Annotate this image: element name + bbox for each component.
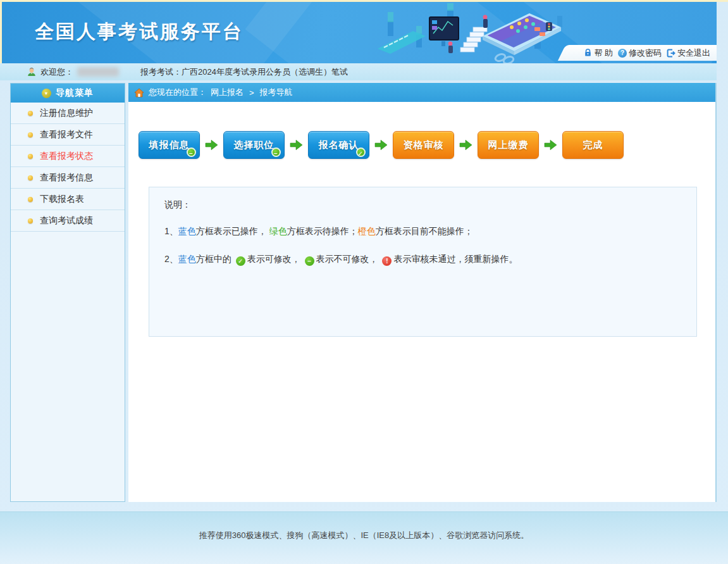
help-link[interactable]: 帮 助 <box>584 47 613 59</box>
bullet-icon <box>28 218 33 223</box>
green-word: 绿色 <box>269 226 287 236</box>
breadcrumb-location-label: 您现在的位置： <box>149 87 206 98</box>
step-complete-button: 完成 <box>562 131 624 159</box>
sidebar-item-view-application-info[interactable]: 查看报考信息 <box>11 167 125 189</box>
footer-text: 推荐使用360极速模式、搜狗（高速模式）、IE（IE8及以上版本）、谷歌浏览器访… <box>199 530 529 540</box>
step-select-position-button[interactable]: 选择职位 − <box>223 131 285 159</box>
welcome-bar: 欢迎您： 报考考试：广西2024年度考试录用公务员（选调生）笔试 <box>0 63 717 80</box>
arrow-right-icon <box>544 139 557 151</box>
question-icon: ? <box>618 49 627 58</box>
note-number: 1、 <box>164 226 178 236</box>
sidebar-item-register-info[interactable]: 注册信息维护 <box>11 103 125 124</box>
minus-icon: − <box>305 256 314 266</box>
note-text: 方框表示待操作； <box>287 226 358 236</box>
bullet-icon <box>28 175 33 180</box>
chevron-down-icon: ▼ <box>42 89 51 98</box>
check-badge-icon: ✓ <box>356 147 366 157</box>
sidebar: ▼ 导航菜单 注册信息维护 查看报考文件 查看报考状态 查看报考信息 下载 <box>10 83 125 502</box>
notes-box: 说明： 1、蓝色方框表示已操作， 绿色方框表示待操作；橙色方框表示目前不能操作；… <box>149 187 697 337</box>
arrow-right-icon <box>205 139 218 151</box>
step-qualification-review-button: 资格审核 <box>393 131 454 159</box>
site-title: 全国人事考试服务平台 <box>35 19 244 45</box>
change-password-link[interactable]: ? 修改密码 <box>618 47 662 59</box>
bullet-icon <box>28 197 33 202</box>
step-label: 选择职位 <box>234 139 275 151</box>
footer: 推荐使用360极速模式、搜狗（高速模式）、IE（IE8及以上版本）、谷歌浏览器访… <box>0 511 728 564</box>
note-text: 方框表示已操作， <box>196 226 267 236</box>
sidebar-item-query-scores[interactable]: 查询考试成绩 <box>11 210 125 232</box>
bullet-icon <box>28 154 33 159</box>
sidebar-item-label: 查询考试成绩 <box>40 215 93 227</box>
help-label: 帮 助 <box>594 47 613 59</box>
note-line-2: 2、蓝色方框中的 ✓表示可修改， −表示不可修改， !表示审核未通过，须重新操作… <box>164 253 681 266</box>
body-row: ▼ 导航菜单 注册信息维护 查看报考文件 查看报考状态 查看报考信息 下载 <box>10 83 717 502</box>
orange-word: 橙色 <box>358 226 376 236</box>
site-header: 全国人事考试服务平台 <box>0 2 717 63</box>
user-name-redacted <box>77 67 119 77</box>
step-fill-info-button[interactable]: 填报信息 − <box>139 131 200 159</box>
header-illustration <box>376 3 566 63</box>
step-label: 填报信息 <box>149 139 190 151</box>
sidebar-item-label: 注册信息维护 <box>40 108 93 119</box>
sidebar-item-download-form[interactable]: 下载报名表 <box>11 189 125 210</box>
sidebar-item-label: 下载报名表 <box>40 194 84 205</box>
main-panel: 您现在的位置：网上报名 > 报考导航 填报信息 − 选择职位 − <box>128 83 717 502</box>
step-label: 完成 <box>583 139 603 151</box>
lock-icon <box>584 49 592 57</box>
sidebar-item-view-application-status[interactable]: 查看报考状态 <box>11 146 125 167</box>
sidebar-item-view-exam-files[interactable]: 查看报考文件 <box>11 124 125 146</box>
user-avatar-icon <box>27 67 37 77</box>
change-password-label: 修改密码 <box>629 47 662 59</box>
sidebar-nav-header[interactable]: ▼ 导航菜单 <box>11 84 125 103</box>
window-top-border <box>0 0 728 2</box>
check-icon: ✓ <box>236 256 245 266</box>
logout-link[interactable]: 安全退出 <box>667 47 710 59</box>
sidebar-item-label: 查看报考状态 <box>40 151 93 162</box>
notes-title: 说明： <box>164 199 681 211</box>
breadcrumb-page: 报考导航 <box>260 87 293 98</box>
step-label: 资格审核 <box>404 139 444 151</box>
page-column: 全国人事考试服务平台 <box>0 2 717 502</box>
utility-bar: 帮 助 ? 修改密码 安全退出 <box>567 45 717 61</box>
welcome-label: 欢迎您： <box>40 66 73 78</box>
note-number: 2、 <box>164 254 178 264</box>
step-label: 报名确认 <box>319 139 359 151</box>
sidebar-item-label: 查看报考信息 <box>40 172 93 184</box>
exit-icon <box>667 49 676 58</box>
breadcrumb-section: 网上报名 <box>211 87 244 98</box>
step-label: 网上缴费 <box>488 139 529 151</box>
blue-word: 蓝色 <box>178 226 196 236</box>
step-confirm-registration-button[interactable]: 报名确认 ✓ <box>308 131 369 159</box>
blue-word: 蓝色 <box>178 254 196 264</box>
sidebar-item-label: 查看报考文件 <box>40 129 93 141</box>
note-text: 方框中的 <box>196 254 231 264</box>
logout-label: 安全退出 <box>677 47 710 59</box>
arrow-right-icon <box>290 139 303 151</box>
exclamation-icon: ! <box>382 256 392 266</box>
bullet-icon <box>28 111 33 116</box>
exam-name-text: 报考考试：广西2024年度考试录用公务员（选调生）笔试 <box>140 66 348 78</box>
note-text: 表示可修改， <box>247 254 300 264</box>
sidebar-title: 导航菜单 <box>56 87 94 99</box>
minus-badge-icon: − <box>187 147 196 157</box>
arrow-right-icon <box>374 139 388 151</box>
breadcrumb-separator: > <box>249 88 254 97</box>
note-text: 表示不可修改， <box>316 254 378 264</box>
home-icon <box>134 88 144 97</box>
note-text: 方框表示目前不能操作； <box>376 226 473 236</box>
application-steps: 填报信息 − 选择职位 − 报名确认 ✓ 资格审核 <box>139 131 715 159</box>
bullet-icon <box>28 132 33 137</box>
step-online-payment-button: 网上缴费 <box>478 131 539 159</box>
main-content: 填报信息 − 选择职位 − 报名确认 ✓ 资格审核 <box>128 102 715 502</box>
note-text: 表示审核未通过，须重新操作。 <box>393 254 517 264</box>
note-line-1: 1、蓝色方框表示已操作， 绿色方框表示待操作；橙色方框表示目前不能操作； <box>164 225 681 237</box>
minus-badge-icon: − <box>271 147 281 157</box>
arrow-right-icon <box>459 139 472 151</box>
breadcrumb: 您现在的位置：网上报名 > 报考导航 <box>128 83 715 102</box>
